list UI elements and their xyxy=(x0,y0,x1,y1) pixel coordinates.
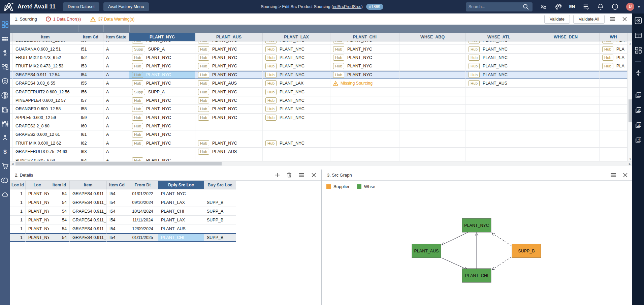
vertical-scroll-thumb[interactable] xyxy=(629,99,632,122)
cell-item-cd[interactable]: I58 xyxy=(78,105,103,113)
sidebar-flow-icon[interactable] xyxy=(1,63,9,71)
cell-whse_abq[interactable] xyxy=(399,114,466,122)
delete-row-icon[interactable] xyxy=(285,171,294,179)
cell-item-state[interactable]: A xyxy=(103,156,129,161)
cell-item-cd[interactable]: I55 xyxy=(78,79,103,88)
cell-plant_lax[interactable]: HubPLANT_NYC xyxy=(263,105,330,113)
details-cell-item-id[interactable]: 54 xyxy=(49,216,70,224)
collapse-panels-icon[interactable] xyxy=(635,69,642,77)
table-row[interactable]: FRUIT MIX 0.600_12 62I62AHubPLANT_NYCHub… xyxy=(10,139,627,148)
details-cell-item-cd[interactable]: I54 xyxy=(107,224,127,233)
details-column-header-item-cd[interactable]: Item Cd xyxy=(107,181,127,189)
cell-plant_nyc[interactable]: SuppSUPP_A xyxy=(129,45,195,53)
cell-item-state[interactable]: A xyxy=(103,114,129,122)
sidebar-cart-icon[interactable] xyxy=(1,162,9,170)
cell-plant_chi[interactable] xyxy=(330,148,399,156)
cell-item-state[interactable]: A xyxy=(103,62,129,70)
cell-plant_chi[interactable] xyxy=(330,156,399,161)
cell-whse_den[interactable] xyxy=(532,54,600,62)
cell-item-cd[interactable]: I56 xyxy=(78,88,103,96)
details-cell-dply-src-loc[interactable]: PLANT_CHI xyxy=(158,233,204,242)
panel-menu-icon[interactable] xyxy=(608,15,617,24)
cell-item-cd[interactable]: I64 xyxy=(78,156,103,161)
vertical-scrollbar[interactable]: ▲ ▼ xyxy=(627,41,632,161)
details-cell-buy-src-loc[interactable] xyxy=(204,189,236,198)
cell-item-cd[interactable]: I57 xyxy=(78,96,103,105)
cell-item-state[interactable]: A xyxy=(103,88,129,96)
cell-whse_atl[interactable] xyxy=(466,88,532,96)
table-row[interactable]: GRAPES2 0.600_12 61I61AHubPLANT_NYC xyxy=(10,130,627,139)
sidebar-dollar-icon[interactable]: $ xyxy=(1,148,9,156)
cell-item-state[interactable]: A xyxy=(103,148,129,156)
cell-plant_nyc[interactable]: HubPLANT_NYC xyxy=(129,156,195,161)
cell-plant_lax[interactable] xyxy=(263,122,330,130)
details-cell-from-dt[interactable]: 12/09/2024 xyxy=(127,224,158,233)
cell-plant_chi[interactable]: HubPLANT_NYC xyxy=(330,45,399,53)
details-row[interactable]: 1PLANT_NYC54GRAPES4 0.911_12 54I5409/10/… xyxy=(10,198,236,207)
scroll-down-icon[interactable]: ▼ xyxy=(628,157,632,161)
details-cell-item[interactable]: GRAPES4 0.911_12 54 xyxy=(70,189,107,198)
search-icon[interactable] xyxy=(522,3,529,10)
extensions-icon[interactable] xyxy=(555,3,561,10)
cell-whse_atl[interactable]: HubPLANT_NYC xyxy=(466,54,532,62)
cell-whse_den[interactable] xyxy=(532,62,600,70)
cell-plant_chi[interactable] xyxy=(330,122,399,130)
layout-preset-4-icon[interactable]: 4 xyxy=(635,136,642,144)
cell-whse_atl[interactable] xyxy=(466,139,532,148)
cell-plant_aus[interactable]: HubPLANT_NYC xyxy=(195,71,263,79)
column-header-plant_aus[interactable]: PLANT_AUS xyxy=(195,33,263,41)
factory-menu-button[interactable]: Avail Factory Menu xyxy=(103,2,149,11)
cell-plant_nyc[interactable]: HubPLANT_NYC xyxy=(129,122,195,130)
horizontal-scroll-thumb[interactable] xyxy=(15,162,222,165)
details-cell-item[interactable]: GRAPES4 0.911_12 54 xyxy=(70,216,107,224)
tab-sourcing[interactable]: 1. Sourcing xyxy=(15,17,37,22)
details-cell-item[interactable]: GRAPES4 0.911_12 54 xyxy=(70,233,107,242)
sidebar-rings-icon[interactable] xyxy=(1,177,9,184)
details-cell-dply-src-loc[interactable]: PLANT_CHI xyxy=(158,207,204,216)
cell-plant_chi[interactable] xyxy=(330,114,399,122)
cell-item-cd[interactable]: I53 xyxy=(78,62,103,70)
details-column-header-from-dt[interactable]: From Dt xyxy=(127,181,158,189)
details-cell-dply-src-loc[interactable]: PLANT_LAX xyxy=(158,216,204,224)
sidebar-building-icon[interactable] xyxy=(1,106,9,113)
cell-whse_atl[interactable]: HubPLANT_AUS xyxy=(466,79,532,88)
cell-item[interactable]: BLUEBERRY 0.600_12 50 xyxy=(13,41,78,45)
cell-whse_den[interactable] xyxy=(532,79,600,88)
details-cell-loc-id[interactable]: 1 xyxy=(10,198,26,207)
cell-whse_atl[interactable] xyxy=(466,114,532,122)
layout-preset-3-icon[interactable]: 3 xyxy=(635,121,642,129)
table-row[interactable]: FRUIT MIX2 0.473_12 53I53AHubPLANT_NYCHu… xyxy=(10,62,627,70)
cell-plant_nyc[interactable]: HubPLANT_NYC xyxy=(129,41,195,45)
cell-plant_nyc[interactable]: HubPLANT_NYC xyxy=(129,71,195,79)
details-cell-item-id[interactable]: 54 xyxy=(49,224,70,233)
table-row[interactable]: FRUIT MIX2 0.473_6 52I52AHubPLANT_NYCHub… xyxy=(10,54,627,62)
cell-wh[interactable] xyxy=(600,88,627,96)
column-header-whse_den[interactable]: WHSE_DEN xyxy=(532,33,600,41)
cell-plant_aus[interactable]: HubPLANT_NYC xyxy=(195,62,263,70)
cell-wh[interactable] xyxy=(600,130,627,139)
scroll-right-icon[interactable]: ▶ xyxy=(627,161,632,166)
cell-wh[interactable] xyxy=(600,79,627,88)
sidebar-table-icon[interactable] xyxy=(1,35,9,42)
cell-plant_nyc[interactable] xyxy=(129,148,195,156)
layout-preset-1-icon[interactable]: 1 xyxy=(635,92,642,99)
details-cell-item-id[interactable]: 54 xyxy=(49,189,70,198)
sidebar-person-icon[interactable] xyxy=(1,49,9,57)
cell-item[interactable]: FRUIT MIX2 0.473_12 53 xyxy=(13,62,78,70)
cell-item-cd[interactable]: I61 xyxy=(78,130,103,139)
details-row[interactable]: 1PLANT_NYC54GRAPES4 0.911_12 54I5401/01/… xyxy=(10,189,236,198)
cell-whse_atl[interactable] xyxy=(466,96,532,105)
details-cell-loc[interactable]: PLANT_NYC xyxy=(26,216,49,224)
cell-whse_den[interactable] xyxy=(532,122,600,130)
table-row[interactable]: GRAPES2 2_8 60I60AHubPLANT_NYC xyxy=(10,122,627,130)
cell-whse_den[interactable] xyxy=(532,71,600,79)
cell-plant_lax[interactable] xyxy=(263,156,330,161)
details-cell-item[interactable]: GRAPES4 0.911_12 54 xyxy=(70,207,107,216)
table-row[interactable]: ORANGE3 0.600_12 58I58AHubPLANT_NYCHubPL… xyxy=(10,105,627,113)
data-warnings-status[interactable]: 37 Data Warning(s) xyxy=(90,17,134,22)
cell-plant_aus[interactable]: HubPLANT_NYC xyxy=(195,45,263,53)
details-row[interactable]: 1PLANT_NYC54GRAPES4 0.911_12 54I5410/14/… xyxy=(10,207,236,216)
details-cell-item[interactable]: GRAPES4 0.911_12 54 xyxy=(70,224,107,233)
details-cell-buy-src-loc[interactable]: SUPP_B xyxy=(204,216,236,224)
cell-plant_nyc[interactable]: HubPLANT_NYC xyxy=(129,54,195,62)
